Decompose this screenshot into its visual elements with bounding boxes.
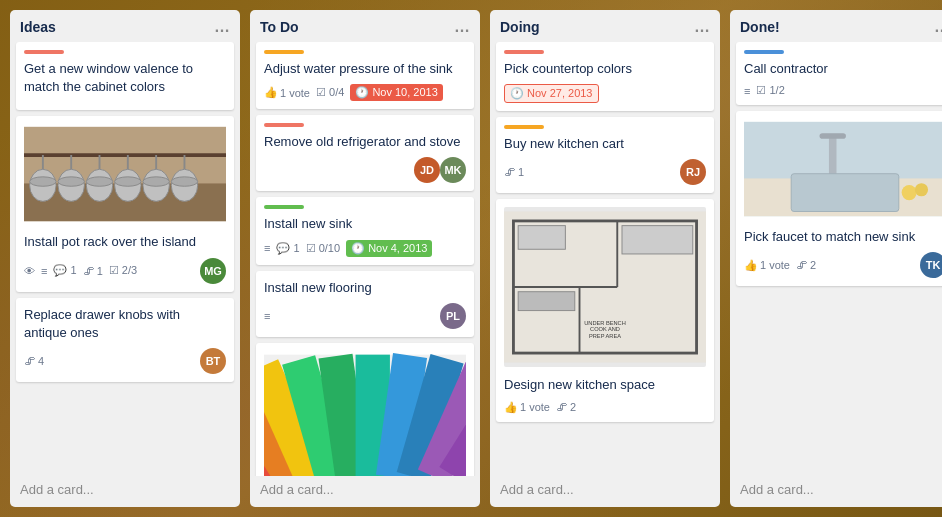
- column-content-ideas: Get a new window valence to match the ca…: [10, 42, 240, 476]
- color-label: [504, 50, 544, 54]
- card-c7[interactable]: Install new flooring ≡ PL: [256, 271, 474, 337]
- avatar: RJ: [680, 159, 706, 185]
- column-ideas: Ideas … Get a new window valence to matc…: [10, 10, 240, 507]
- avatar: JD: [414, 157, 440, 183]
- card-meta: 👍 1 vote☑ 0/4🕐 Nov 10, 2013: [264, 84, 443, 101]
- card-c8[interactable]: Buy paint for cabinets 🖇 1: [256, 343, 474, 476]
- more-options-icon[interactable]: …: [214, 18, 230, 36]
- add-card-button[interactable]: Add a card...: [490, 476, 720, 507]
- card-meta: 👍 1 vote🖇 2: [504, 401, 576, 414]
- date-badge: 🕐 Nov 27, 2013: [504, 84, 599, 103]
- svg-point-49: [915, 183, 928, 196]
- column-content-done: Call contractor ≡☑ 1/2 Pick faucet to ma…: [730, 42, 942, 476]
- card-title: Replace drawer knobs with antique ones: [24, 306, 226, 342]
- card-title: Get a new window valence to match the ca…: [24, 60, 226, 96]
- column-todo: To Do … Adjust water pressure of the sin…: [250, 10, 480, 507]
- more-options-icon[interactable]: …: [694, 18, 710, 36]
- avatar: MG: [200, 258, 226, 284]
- column-header-ideas: Ideas …: [10, 10, 240, 42]
- date-badge: 🕐 Nov 4, 2013: [346, 240, 432, 257]
- list-icon: ≡: [264, 310, 270, 322]
- column-doing: Doing … Pick countertop colors 🕐 Nov 27,…: [490, 10, 720, 507]
- card-c11[interactable]: UNDER BENCH COOK AND PREP AREA Design ne…: [496, 199, 714, 421]
- checklist-badge: ☑ 0/10: [306, 242, 340, 255]
- card-title: Remove old refrigerator and stove: [264, 133, 466, 151]
- checklist-badge: ☑ 1/2: [756, 84, 784, 97]
- card-avatars: MG: [200, 258, 226, 284]
- svg-rect-47: [791, 174, 899, 212]
- card-title: Install new flooring: [264, 279, 466, 297]
- svg-point-20: [171, 177, 197, 186]
- card-c4[interactable]: Adjust water pressure of the sink 👍 1 vo…: [256, 42, 474, 109]
- card-meta: ≡: [264, 310, 270, 322]
- avatar: TK: [920, 252, 942, 278]
- svg-rect-37: [518, 226, 565, 250]
- card-title: Pick countertop colors: [504, 60, 706, 78]
- vote-badge: 👍 1 vote: [744, 259, 790, 272]
- card-c10[interactable]: Buy new kitchen cart 🖇 1 RJ: [496, 117, 714, 193]
- card-avatars: JDMK: [414, 157, 466, 183]
- card-title: Adjust water pressure of the sink: [264, 60, 466, 78]
- card-title: Install pot rack over the island: [24, 233, 226, 251]
- column-title: Ideas: [20, 19, 56, 35]
- svg-point-14: [115, 177, 141, 186]
- svg-text:PREP AREA: PREP AREA: [589, 333, 621, 339]
- avatar: PL: [440, 303, 466, 329]
- column-header-todo: To Do …: [250, 10, 480, 42]
- more-options-icon[interactable]: …: [454, 18, 470, 36]
- svg-rect-45: [829, 136, 837, 178]
- card-c1[interactable]: Get a new window valence to match the ca…: [16, 42, 234, 110]
- list-icon: ≡: [744, 85, 750, 97]
- card-title: Design new kitchen space: [504, 376, 706, 394]
- comment-badge: 💬 1: [53, 264, 76, 277]
- add-card-button[interactable]: Add a card...: [730, 476, 942, 507]
- attach-badge: 🖇 2: [796, 259, 816, 271]
- date-badge: 🕐 Nov 10, 2013: [350, 84, 443, 101]
- card-avatars: PL: [440, 303, 466, 329]
- attach-badge: 🖇 1: [83, 265, 103, 277]
- add-card-button[interactable]: Add a card...: [10, 476, 240, 507]
- svg-text:UNDER BENCH: UNDER BENCH: [584, 320, 625, 326]
- column-header-done: Done! …: [730, 10, 942, 42]
- card-c5[interactable]: Remove old refrigerator and stove JDMK: [256, 115, 474, 191]
- attach-badge: 🖇 1: [504, 166, 524, 178]
- card-meta: 🖇 4: [24, 355, 44, 367]
- color-label: [744, 50, 784, 54]
- card-c12[interactable]: Call contractor ≡☑ 1/2: [736, 42, 942, 105]
- card-c2[interactable]: Install pot rack over the island 👁≡💬 1🖇 …: [16, 116, 234, 291]
- svg-rect-46: [820, 133, 846, 139]
- card-avatars: BT: [200, 348, 226, 374]
- card-title: Pick faucet to match new sink: [744, 228, 942, 246]
- card-title: Install new sink: [264, 215, 466, 233]
- card-meta: 🖇 1: [504, 166, 524, 178]
- card-title: Call contractor: [744, 60, 942, 78]
- card-c3[interactable]: Replace drawer knobs with antique ones 🖇…: [16, 298, 234, 382]
- color-label: [264, 205, 304, 209]
- kanban-board: Ideas … Get a new window valence to matc…: [0, 0, 942, 517]
- avatar: BT: [200, 348, 226, 374]
- svg-point-11: [86, 177, 112, 186]
- svg-point-17: [143, 177, 169, 186]
- attach-badge: 🖇 4: [24, 355, 44, 367]
- avatar: MK: [440, 157, 466, 183]
- column-title: Doing: [500, 19, 540, 35]
- column-content-doing: Pick countertop colors 🕐 Nov 27, 2013 Bu…: [490, 42, 720, 476]
- card-c13[interactable]: Pick faucet to match new sink 👍 1 vote🖇 …: [736, 111, 942, 286]
- card-c9[interactable]: Pick countertop colors 🕐 Nov 27, 2013: [496, 42, 714, 111]
- column-done: Done! … Call contractor ≡☑ 1/2: [730, 10, 942, 507]
- checklist-badge: ☑ 2/3: [109, 264, 137, 277]
- card-avatars: RJ: [680, 159, 706, 185]
- add-card-button[interactable]: Add a card...: [250, 476, 480, 507]
- list-icon: ≡: [264, 242, 270, 254]
- column-header-doing: Doing …: [490, 10, 720, 42]
- card-title: Buy new kitchen cart: [504, 135, 706, 153]
- column-title: Done!: [740, 19, 780, 35]
- column-title: To Do: [260, 19, 299, 35]
- card-c6[interactable]: Install new sink ≡💬 1☑ 0/10🕐 Nov 4, 2013: [256, 197, 474, 264]
- comment-badge: 💬 1: [276, 242, 299, 255]
- svg-point-48: [902, 185, 917, 200]
- column-content-todo: Adjust water pressure of the sink 👍 1 vo…: [250, 42, 480, 476]
- svg-point-8: [58, 177, 84, 186]
- svg-point-5: [30, 177, 56, 186]
- more-options-icon[interactable]: …: [934, 18, 942, 36]
